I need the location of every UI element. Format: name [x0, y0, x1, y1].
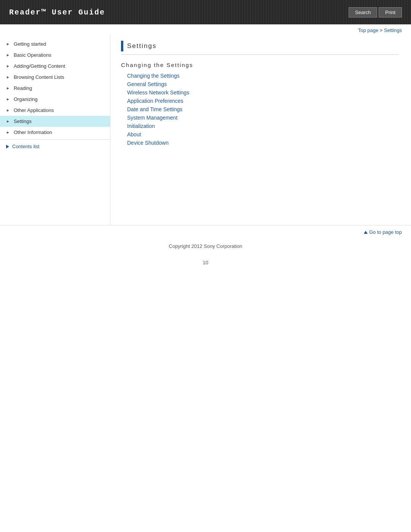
chevron-right-icon: ►	[6, 64, 10, 68]
sidebar-item-settings[interactable]: ► Settings	[0, 116, 110, 127]
sidebar: ► Getting started ► Basic Operations ► A…	[0, 35, 110, 225]
chevron-right-icon: ►	[6, 75, 10, 79]
page-footer: Go to page top	[0, 225, 411, 239]
link-date-time-settings[interactable]: Date and Time Settings	[127, 105, 399, 113]
sidebar-item-adding-content[interactable]: ► Adding/Getting Content	[0, 61, 110, 72]
link-about[interactable]: About	[127, 131, 399, 138]
page-title: Reader™ User Guide	[9, 8, 105, 17]
sidebar-item-label: Organizing	[14, 96, 38, 102]
breadcrumb-current-link[interactable]: Settings	[384, 27, 402, 33]
arrow-right-icon	[6, 145, 9, 149]
link-wireless-network-settings[interactable]: Wireless Network Settings	[127, 89, 399, 96]
header-buttons: Search Print	[349, 7, 402, 18]
search-button[interactable]: Search	[349, 7, 377, 18]
triangle-up-icon	[364, 231, 368, 234]
contents-list-label: Contents list	[12, 144, 40, 149]
link-initialization[interactable]: Initialization	[127, 122, 399, 130]
subsection-title: Changing the Settings	[121, 62, 399, 68]
breadcrumb: Top page > Settings	[0, 24, 411, 35]
copyright-text: Copyright 2012 Sony Corporation	[169, 243, 242, 249]
page-number-value: 10	[203, 260, 208, 265]
sidebar-item-label: Other Information	[14, 129, 52, 135]
chevron-right-icon: ►	[6, 119, 10, 123]
chevron-right-icon: ►	[6, 130, 10, 134]
section-title: Settings	[127, 42, 156, 50]
chevron-right-icon: ►	[6, 86, 10, 90]
breadcrumb-top-link[interactable]: Top page	[358, 27, 379, 33]
chevron-right-icon: ►	[6, 108, 10, 112]
go-to-top-label: Go to page top	[369, 229, 402, 235]
go-to-top-link[interactable]: Go to page top	[364, 229, 402, 235]
sidebar-item-label: Settings	[14, 118, 32, 124]
section-heading-bar	[121, 41, 123, 51]
links-list: Changing the Settings General Settings W…	[121, 72, 399, 147]
sidebar-item-other-applications[interactable]: ► Other Applications	[0, 105, 110, 116]
section-heading: Settings	[121, 41, 399, 55]
sidebar-item-browsing-content[interactable]: ► Browsing Content Lists	[0, 72, 110, 83]
sidebar-item-other-information[interactable]: ► Other Information	[0, 127, 110, 138]
chevron-right-icon: ►	[6, 42, 10, 46]
link-device-shutdown[interactable]: Device Shutdown	[127, 139, 399, 147]
page-number: 10	[0, 254, 411, 272]
link-system-management[interactable]: System Management	[127, 114, 399, 121]
link-application-preferences[interactable]: Application Preferences	[127, 97, 399, 105]
chevron-right-icon: ►	[6, 97, 10, 101]
chevron-right-icon: ►	[6, 53, 10, 57]
print-button[interactable]: Print	[379, 7, 402, 18]
sidebar-item-label: Browsing Content Lists	[14, 74, 64, 80]
sidebar-item-label: Basic Operations	[14, 52, 51, 58]
breadcrumb-separator: >	[380, 27, 384, 33]
sidebar-item-basic-operations[interactable]: ► Basic Operations	[0, 50, 110, 61]
sidebar-item-organizing[interactable]: ► Organizing	[0, 94, 110, 105]
contents-list-link[interactable]: Contents list	[6, 144, 104, 149]
page-header: Reader™ User Guide Search Print	[0, 0, 411, 24]
link-general-settings[interactable]: General Settings	[127, 80, 399, 88]
copyright-bar: Copyright 2012 Sony Corporation	[0, 239, 411, 254]
sidebar-item-label: Adding/Getting Content	[14, 63, 65, 69]
sidebar-item-label: Getting started	[14, 41, 46, 47]
sidebar-item-getting-started[interactable]: ► Getting started	[0, 38, 110, 50]
sidebar-item-label: Reading	[14, 85, 32, 91]
sidebar-item-label: Other Applications	[14, 107, 54, 113]
main-layout: ► Getting started ► Basic Operations ► A…	[0, 35, 411, 225]
sidebar-item-reading[interactable]: ► Reading	[0, 83, 110, 94]
content-area: Settings Changing the Settings Changing …	[110, 35, 411, 225]
link-changing-settings[interactable]: Changing the Settings	[127, 72, 399, 80]
sidebar-footer: Contents list	[0, 139, 110, 153]
